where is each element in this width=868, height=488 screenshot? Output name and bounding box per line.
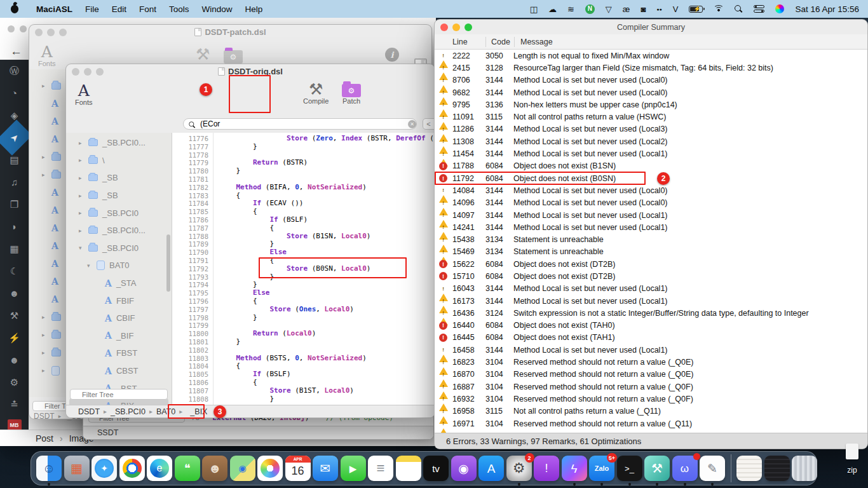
- blocks-icon[interactable]: ▦: [0, 238, 29, 260]
- dock-contacts-icon[interactable]: ☻: [202, 456, 227, 481]
- tree-item-fbif[interactable]: AFBIF: [69, 292, 168, 309]
- comments-icon[interactable]: ◗: [0, 215, 29, 238]
- dock-podcasts-icon[interactable]: ◉: [451, 456, 477, 481]
- close-icon[interactable]: [72, 68, 79, 76]
- dock-photos-icon[interactable]: [257, 456, 283, 481]
- plugins-icon[interactable]: ⚡: [0, 327, 29, 349]
- dock-minimized-window-document-icon[interactable]: [736, 456, 762, 481]
- dock-safari-icon[interactable]: ✦: [92, 456, 117, 481]
- compiler-row[interactable]: 164363124Switch expression is not a stat…: [435, 307, 867, 319]
- tree-item-cbst[interactable]: ACBST: [69, 362, 168, 380]
- cloud-icon[interactable]: ☁: [548, 5, 557, 13]
- tree-item-fbst[interactable]: AFBST: [69, 344, 168, 362]
- column-message[interactable]: Message: [515, 37, 867, 46]
- close-icon[interactable]: [35, 29, 43, 36]
- apple-menu-icon[interactable]: [11, 5, 18, 13]
- dock-edge-icon[interactable]: e: [147, 456, 172, 481]
- chevron-icon[interactable]: ▾: [87, 262, 92, 269]
- menu-item-file[interactable]: File: [79, 4, 105, 14]
- dock-system-preferences-icon[interactable]: ⚙2: [506, 456, 532, 481]
- tree-item-cbif[interactable]: ACBIF: [69, 309, 168, 327]
- quill-app-icon[interactable]: ▽: [606, 5, 612, 13]
- dock-messages-icon[interactable]: ❝: [175, 456, 200, 481]
- column-line[interactable]: Line: [452, 37, 485, 46]
- compiler-row[interactable]: 113083144Method Local is set but never u…: [435, 135, 867, 147]
- close-icon[interactable]: [8, 25, 15, 32]
- compiler-row[interactable]: 114543144Method Local is set but never u…: [435, 147, 867, 159]
- compiler-row[interactable]: 168233104Reserved method should not retu…: [435, 356, 867, 368]
- menu-item-font[interactable]: Font: [133, 4, 163, 14]
- menu-item-edit[interactable]: Edit: [105, 4, 133, 14]
- compiler-row[interactable]: 22223050Length is not equal to fixed Min…: [435, 50, 867, 62]
- compiler-row[interactable]: 161733144Method Local is set but never u…: [435, 295, 867, 307]
- tree-item-_sta[interactable]: A_STA: [69, 274, 168, 292]
- tree-item-[interactable]: ▸\: [69, 152, 168, 170]
- compiler-row[interactable]: 164583144Method Local is set but never u…: [435, 344, 867, 356]
- compiler-row[interactable]: 112863144Method Local is set but never u…: [435, 123, 867, 135]
- compiler-row[interactable]: 140963144Method Local is set but never u…: [435, 197, 867, 209]
- compiler-row[interactable]: 140843144Method Local is set but never u…: [435, 184, 867, 196]
- siri-icon[interactable]: [775, 4, 784, 13]
- v-app-icon[interactable]: V: [673, 5, 679, 13]
- tree-item-_bif[interactable]: A_BIF: [69, 327, 168, 345]
- patch-icon[interactable]: ⚙: [224, 50, 243, 64]
- notion-icon[interactable]: N: [585, 4, 595, 14]
- compiler-row[interactable]: 169323104Reserved method should not retu…: [435, 393, 867, 405]
- dock-maciasl-icon[interactable]: ⚒: [644, 456, 670, 481]
- menu-item-tools[interactable]: Tools: [163, 4, 196, 14]
- minimize-icon[interactable]: [20, 25, 27, 32]
- minimize-icon[interactable]: [84, 68, 92, 76]
- tree-item-_sb[interactable]: ▸_SB: [69, 187, 168, 205]
- compiler-titlebar[interactable]: Compiler Summary: [435, 20, 867, 34]
- audio-icon[interactable]: ♫: [0, 171, 29, 193]
- menu-clock[interactable]: Sat 16 Apr 15:56: [795, 4, 859, 14]
- menu-item-maciasl[interactable]: MaciASL: [30, 4, 79, 14]
- compiler-row[interactable]: 169713104Reserved method should not retu…: [435, 417, 867, 430]
- tools-icon[interactable]: ⚒: [0, 304, 29, 327]
- compile-icon[interactable]: ⚒: [196, 46, 210, 62]
- compiler-row[interactable]: 160433144Method Local is set but never u…: [435, 283, 867, 295]
- compiler-row[interactable]: 154693134Statement is unreachable: [435, 246, 867, 258]
- compiler-row[interactable]: 110913115Not all control paths return a …: [435, 111, 867, 123]
- control-center-icon[interactable]: [754, 5, 764, 13]
- tree-item-bat0[interactable]: ▾BAT0: [69, 257, 168, 274]
- compiler-row[interactable]: 87063144Method Local is set but never us…: [435, 74, 867, 86]
- breadcrumb-item-dsdt[interactable]: DSDT: [78, 407, 100, 416]
- users-icon[interactable]: ☻: [0, 349, 29, 371]
- clear-search-icon[interactable]: ✕: [408, 120, 416, 128]
- dock-facetime-icon[interactable]: ▶: [341, 456, 366, 481]
- minimize-icon[interactable]: [452, 24, 460, 31]
- compiler-row[interactable]: 96823144Method Local is set but never us…: [435, 86, 867, 98]
- flickr-icon[interactable]: ●●: [656, 7, 661, 11]
- column-code[interactable]: Code: [486, 37, 514, 46]
- zoom-icon[interactable]: [59, 29, 67, 36]
- info-button[interactable]: i: [385, 48, 399, 62]
- battery-charging-icon[interactable]: ⚡: [689, 6, 703, 13]
- dark-mode-icon[interactable]: ☾: [0, 260, 29, 282]
- tree-item-_sbpci0[interactable]: ▸_SB.PCI0: [69, 204, 168, 222]
- compiler-row[interactable]: !156226084Object does not exist (DT2B): [435, 258, 867, 270]
- minimize-icon[interactable]: [47, 29, 55, 36]
- tab-ssdt[interactable]: SSDT: [97, 428, 118, 437]
- signal-waves-icon[interactable]: ≋: [567, 5, 574, 13]
- compiler-row[interactable]: 140973144Method Local is set but never u…: [435, 209, 867, 221]
- zip-file-label[interactable]: zip: [837, 466, 867, 475]
- tree-item-_sbpci0[interactable]: ▸_SB.PCI0...: [69, 222, 168, 240]
- tree-sidebar[interactable]: ▸_SB.PCI0...▸\▸_SB▸_SB▸_SB.PCI0▸_SB.PCI0…: [66, 133, 172, 405]
- dock-trash-icon[interactable]: [792, 456, 817, 481]
- dock-minimized-window-terminal-icon[interactable]: [764, 456, 790, 481]
- compiler-row[interactable]: !117886084Object does not exist (B1SN): [435, 160, 867, 172]
- time-machine-icon[interactable]: ◙: [641, 5, 646, 13]
- menu-item-window[interactable]: Window: [196, 4, 239, 14]
- chevron-icon[interactable]: ▸: [79, 227, 84, 234]
- menu-item-help[interactable]: Help: [239, 4, 269, 14]
- compiler-row[interactable]: !164406084Object does not exist (TAH0): [435, 320, 867, 332]
- chevron-icon[interactable]: ▸: [79, 193, 84, 199]
- find-previous-button[interactable]: <: [423, 118, 435, 130]
- chevron-icon[interactable]: ▸: [79, 140, 84, 146]
- dock-mail-icon[interactable]: ✉: [313, 456, 338, 481]
- chevron-icon[interactable]: ▾: [79, 245, 84, 251]
- profile-icon[interactable]: ☻: [0, 282, 29, 304]
- chevron-icon[interactable]: ▸: [79, 210, 84, 216]
- zoom-icon[interactable]: [465, 24, 472, 31]
